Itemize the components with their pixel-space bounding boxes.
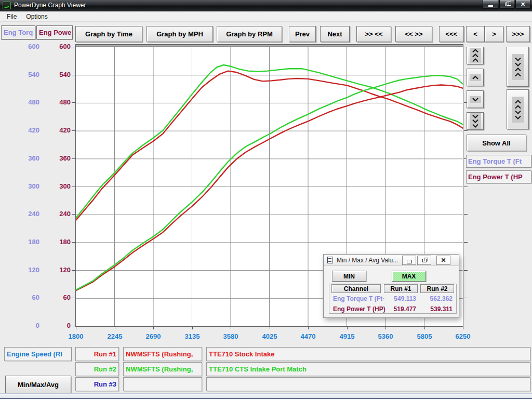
x-axis-label-4025: 4025 [254,332,285,340]
x-tick [231,327,231,329]
scale-up-button[interactable] [467,69,484,86]
y-tick [464,187,468,187]
power-axis-label-480: 480 [46,98,71,106]
y-tick [72,187,75,187]
power-axis-label-120: 120 [46,266,71,274]
x-axis-label-2690: 2690 [138,332,169,340]
scale-down-fast-button[interactable] [467,112,484,130]
max-toggle-button[interactable]: MAX [392,271,426,282]
zoom-out-x-button[interactable]: << >> [395,26,432,42]
run3-source-box[interactable] [123,377,202,391]
minmax-row-torque-run2: 562.362 [421,295,453,302]
power-axis-label-240: 240 [46,210,71,218]
minmax-restore-icon [422,259,427,262]
y-tick [72,130,75,131]
run1-source-box[interactable]: NWMSFTS (Rushing, [123,347,202,361]
power-channel-label[interactable]: Eng Power T (HP [466,170,531,183]
tab-eng-torque[interactable]: Eng Torq [1,25,35,39]
show-all-button[interactable]: Show All [467,135,526,151]
minmax-window: Min / Max / Avg Valu... ✕ MIN MAX Channe… [323,254,459,318]
y-tick [72,47,75,47]
torque-axis-label-600: 600 [15,43,39,50]
menu-options[interactable]: Options [21,12,52,21]
run1-description-box[interactable]: TTE710 Stock Intake [206,347,530,361]
collapse-range-button[interactable] [507,47,529,87]
torque-axis-label-420: 420 [15,126,39,134]
torque-axis-label-540: 540 [15,71,39,78]
scale-down-button[interactable] [467,90,484,108]
graph-by-rpm-button[interactable]: Graph by RPM [217,26,282,42]
y-tick [72,75,75,75]
power-axis-label-360: 360 [46,154,71,162]
x-channel-box[interactable]: Engine Speed (RI [4,347,72,361]
next-button[interactable]: Next [320,26,350,42]
restore-icon [505,3,509,6]
x-axis-label-4470: 4470 [292,332,324,340]
y-tick [72,298,75,298]
title-bar: PowerDyne Graph Viewer ✕ [0,0,532,11]
menu-file[interactable]: File [2,12,21,21]
power-axis-label-60: 60 [46,294,71,301]
x-axis-label-6250: 6250 [447,332,478,340]
graph-by-mph-button[interactable]: Graph by MPH [147,26,213,42]
tab-eng-power[interactable]: Eng Powe [36,25,73,39]
minmax-minimize-button[interactable] [402,256,416,265]
x-axis-label-3135: 3135 [177,332,208,340]
y-tick [464,298,468,298]
torque-axis-label-180: 180 [15,238,39,246]
chevron-up-icon [470,74,481,81]
close-icon: ✕ [521,1,525,8]
x-tick [192,327,193,329]
minmax-avg-button[interactable]: Min/Max/Avg [5,376,71,393]
min-toggle-button[interactable]: MIN [332,271,366,282]
menu-bar: File Options [0,11,532,22]
minmax-close-icon: ✕ [441,257,446,264]
run2-description-box[interactable]: TTE710 CTS Intake Port Match [206,362,530,376]
power-axis-label-0: 0 [46,322,71,329]
power-axis-label-600: 600 [46,43,71,50]
zoom-in-x-button[interactable]: >> << [356,26,391,42]
graph-by-time-button[interactable]: Graph by Time [75,26,142,42]
run3-label[interactable]: Run #3 [75,377,119,391]
x-axis-label-2245: 2245 [99,332,130,340]
power-axis-label-420: 420 [46,126,71,134]
x-axis-label-1800: 1800 [60,332,91,340]
minmax-restore-button[interactable] [417,256,431,265]
minmax-window-icon [327,257,333,263]
powerdyne-window: PowerDyne Graph Viewer ✕ File Options En… [0,0,532,399]
chevron-down-icon [470,96,481,103]
torque-axis-label-0: 0 [15,322,39,329]
channel-column-header[interactable]: Channel [331,284,381,293]
run2-source-box[interactable]: NWMSFTS (Rushing, [123,362,202,376]
torque-channel-label[interactable]: Eng Torque T (Ft [466,155,531,168]
minmax-title-bar[interactable]: Min / Max / Avg Valu... ✕ [324,255,459,266]
chevrons-collapse-icon [512,54,524,80]
run3-description-box[interactable] [206,377,530,391]
minimize-icon [488,5,493,7]
close-button[interactable]: ✕ [515,0,530,9]
scale-up-fast-button[interactable] [467,47,484,64]
prev-button[interactable]: Prev [289,26,316,42]
expand-range-button[interactable] [507,89,529,129]
x-axis-label-4915: 4915 [331,332,363,340]
run1-column-header[interactable]: Run #1 [384,284,418,293]
run2-column-header[interactable]: Run #2 [420,284,454,293]
scroll-left-button[interactable]: < [466,26,485,42]
y-tick [72,270,75,271]
minimize-button[interactable] [483,0,498,9]
y-tick [72,326,75,326]
minmax-close-button[interactable]: ✕ [436,256,450,265]
y-tick [72,214,75,215]
scroll-far-left-button[interactable]: <<< [439,26,464,42]
restore-button[interactable] [499,0,514,9]
minmax-minimize-icon [407,260,412,263]
run1-label[interactable]: Run #1 [75,347,119,361]
scroll-far-right-button[interactable]: >>> [506,26,530,42]
scroll-right-button[interactable]: > [485,26,503,42]
run2-label[interactable]: Run #2 [75,362,119,376]
x-tick [153,327,154,329]
torque-axis-label-60: 60 [15,294,39,301]
y-tick [72,242,75,243]
x-tick [385,327,386,329]
x-axis-label-5805: 5805 [409,332,440,340]
